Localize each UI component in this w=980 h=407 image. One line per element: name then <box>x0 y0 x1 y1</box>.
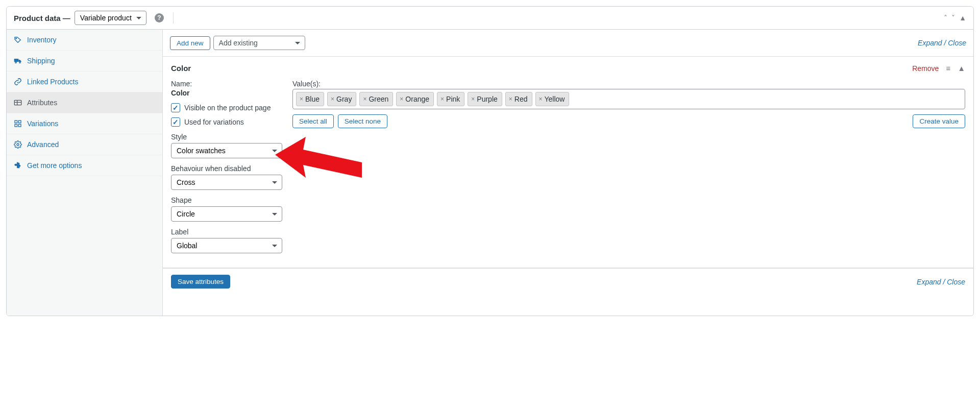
attribute-box: Color Remove ≡ ▲ Name: Color ✓ Visible o… <box>163 56 973 268</box>
tag-icon <box>14 36 22 44</box>
header-separator <box>173 12 174 23</box>
panel-header: Product data — Variable product ? ˄ ˅ ▲ <box>7 7 973 30</box>
tab-label: Linked Products <box>27 78 78 86</box>
link-icon <box>14 78 22 86</box>
value-tag[interactable]: ×Blue <box>296 92 324 106</box>
name-value: Color <box>171 89 282 97</box>
svg-rect-10 <box>18 124 21 127</box>
plugin-icon <box>14 161 22 170</box>
remove-tag-icon[interactable]: × <box>539 95 543 103</box>
value-tag[interactable]: ×Gray <box>327 92 356 106</box>
list-icon <box>14 100 22 106</box>
value-tag-label: Gray <box>336 95 352 103</box>
drag-handle-icon[interactable]: ≡ <box>946 64 950 73</box>
collapse-attr-icon[interactable]: ▲ <box>958 64 965 73</box>
svg-point-0 <box>16 38 17 39</box>
used-for-variations-row[interactable]: ✓ Used for variations <box>171 117 282 127</box>
value-tag[interactable]: ×Purple <box>468 92 502 106</box>
checkbox-checked-icon[interactable]: ✓ <box>171 117 180 127</box>
value-tag-label: Orange <box>405 95 429 103</box>
value-tag-label: Green <box>369 95 388 103</box>
behaviour-select[interactable]: Cross <box>171 175 282 190</box>
remove-tag-icon[interactable]: × <box>440 95 444 103</box>
remove-tag-icon[interactable]: × <box>509 95 512 103</box>
expand-close-link[interactable]: Expand / Close <box>918 39 966 47</box>
select-all-button[interactable]: Select all <box>292 114 334 128</box>
tab-label: Attributes <box>27 99 57 107</box>
grid-icon <box>14 119 22 128</box>
svg-point-2 <box>15 62 17 63</box>
attribute-toolbar: Add new Add existing Expand / Close <box>163 30 973 56</box>
svg-rect-8 <box>18 121 21 123</box>
style-label: Style <box>171 133 282 141</box>
svg-point-3 <box>19 62 21 63</box>
truck-icon <box>14 58 22 64</box>
attribute-body: Name: Color ✓ Visible on the product pag… <box>163 78 973 268</box>
behaviour-label: Behavoiur when disabled <box>171 164 282 173</box>
value-tag[interactable]: ×Red <box>505 92 532 106</box>
select-none-button[interactable]: Select none <box>338 114 387 128</box>
visible-label: Visible on the product page <box>184 104 271 112</box>
remove-tag-icon[interactable]: × <box>400 95 403 103</box>
move-up-icon[interactable]: ˄ <box>944 14 947 21</box>
remove-tag-icon[interactable]: × <box>331 95 334 103</box>
attribute-left-column: Name: Color ✓ Visible on the product pag… <box>171 80 282 253</box>
value-tag-label: Purple <box>477 95 497 103</box>
value-tag-label: Pink <box>446 95 460 103</box>
value-tag-label: Yellow <box>545 95 565 103</box>
svg-rect-7 <box>15 121 17 123</box>
tab-label: Variations <box>27 119 58 128</box>
product-type-select[interactable]: Variable product <box>75 11 146 25</box>
values-label: Value(s): <box>292 80 965 88</box>
value-tag-label: Blue <box>305 95 320 103</box>
move-down-icon[interactable]: ˅ <box>951 14 955 21</box>
tab-advanced[interactable]: Advanced <box>7 134 162 155</box>
panel-body: Inventory Shipping Linked Products Attri… <box>7 30 973 316</box>
value-tag[interactable]: ×Yellow <box>535 92 570 106</box>
product-data-panel: Product data — Variable product ? ˄ ˅ ▲ … <box>6 6 974 316</box>
add-new-button[interactable]: Add new <box>170 36 210 50</box>
attribute-header: Color Remove ≡ ▲ <box>163 57 973 78</box>
checkbox-checked-icon[interactable]: ✓ <box>171 103 180 112</box>
tab-get-more[interactable]: Get more options <box>7 155 162 176</box>
tab-attributes[interactable]: Attributes <box>7 92 162 113</box>
svg-rect-1 <box>14 59 19 62</box>
gear-icon <box>14 140 22 149</box>
tab-label: Shipping <box>27 57 55 65</box>
values-input[interactable]: ×Blue×Gray×Green×Orange×Pink×Purple×Red×… <box>292 89 965 109</box>
label-label: Label <box>171 228 282 236</box>
remove-tag-icon[interactable]: × <box>363 95 366 103</box>
visible-checkbox-row[interactable]: ✓ Visible on the product page <box>171 103 282 112</box>
tab-shipping[interactable]: Shipping <box>7 51 162 71</box>
attributes-footer: Save attributes Expand / Close <box>163 268 973 295</box>
tab-label: Inventory <box>27 36 57 44</box>
attribute-title: Color <box>171 64 191 73</box>
value-tag[interactable]: ×Green <box>359 92 393 106</box>
style-select[interactable]: Color swatches <box>171 143 282 158</box>
save-attributes-button[interactable]: Save attributes <box>171 275 230 289</box>
collapse-icon[interactable]: ▲ <box>959 14 966 21</box>
value-tag[interactable]: ×Pink <box>437 92 464 106</box>
svg-rect-9 <box>15 124 17 127</box>
shape-label: Shape <box>171 196 282 204</box>
remove-tag-icon[interactable]: × <box>471 95 475 103</box>
remove-tag-icon[interactable]: × <box>300 95 303 103</box>
help-icon[interactable]: ? <box>155 13 164 22</box>
content-area: Add new Add existing Expand / Close Colo… <box>163 30 973 316</box>
create-value-button[interactable]: Create value <box>913 114 965 128</box>
shape-select[interactable]: Circle <box>171 206 282 222</box>
label-select[interactable]: Global <box>171 238 282 253</box>
value-tag-label: Red <box>514 95 528 103</box>
tab-inventory[interactable]: Inventory <box>7 30 162 51</box>
tab-variations[interactable]: Variations <box>7 113 162 134</box>
value-tag[interactable]: ×Orange <box>396 92 434 106</box>
tab-label: Get more options <box>27 161 82 170</box>
tab-label: Advanced <box>27 140 59 149</box>
add-existing-select[interactable]: Add existing <box>213 36 305 50</box>
svg-point-11 <box>17 143 19 146</box>
remove-link[interactable]: Remove <box>912 64 939 73</box>
expand-close-footer-link[interactable]: Expand / Close <box>917 278 965 286</box>
side-tabs: Inventory Shipping Linked Products Attri… <box>7 30 163 316</box>
tab-linked-products[interactable]: Linked Products <box>7 71 162 92</box>
header-controls: ˄ ˅ ▲ <box>944 14 966 21</box>
